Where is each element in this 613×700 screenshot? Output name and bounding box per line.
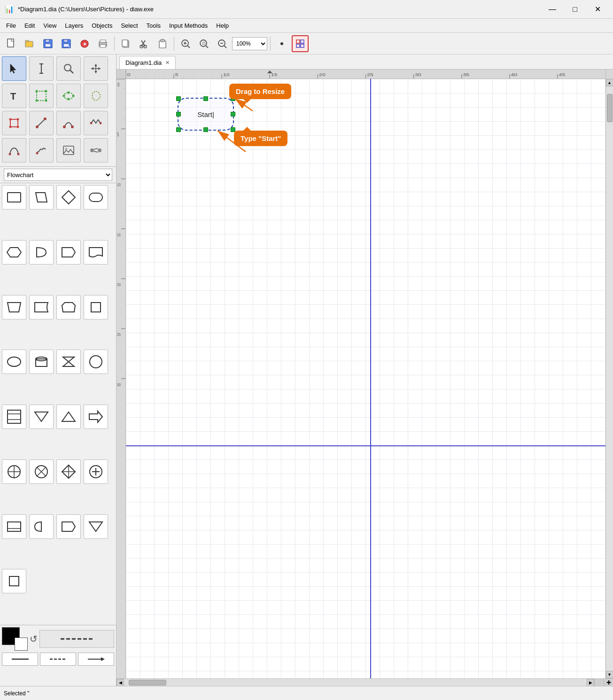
- menu-file[interactable]: File: [2, 21, 20, 31]
- tool-arc[interactable]: [56, 111, 81, 135]
- tool-move[interactable]: [84, 56, 108, 81]
- line-solid-button[interactable]: [2, 653, 38, 666]
- shape-cylinder[interactable]: [29, 350, 54, 374]
- zoom-select[interactable]: 100% 50% 75% 150% 200%: [232, 37, 267, 50]
- shape-ellipse[interactable]: [2, 350, 26, 374]
- shape-triangle-down[interactable]: [29, 404, 54, 429]
- svg-point-68: [44, 117, 47, 120]
- export-button[interactable]: ★: [76, 35, 93, 52]
- scroll-up-button[interactable]: ▲: [606, 79, 613, 86]
- shape-d-shape[interactable]: [29, 240, 54, 264]
- shape-irregular[interactable]: [56, 295, 81, 319]
- shape-diamond[interactable]: [56, 185, 81, 210]
- shape-rect-bottom[interactable]: [2, 514, 26, 539]
- shape-x-circle[interactable]: [29, 459, 54, 484]
- background-color[interactable]: [15, 638, 28, 651]
- minimize-button[interactable]: —: [542, 2, 563, 17]
- shape-arrow-right[interactable]: [84, 404, 108, 429]
- shape-hourglass[interactable]: [56, 350, 81, 374]
- shape-triangle-down2[interactable]: [84, 514, 108, 539]
- handle-bottom-left[interactable]: [176, 127, 181, 132]
- tool-select[interactable]: [2, 56, 26, 81]
- tool-ellipse-select[interactable]: [56, 84, 81, 108]
- tool-line-tool[interactable]: [29, 111, 54, 135]
- shape-small-rect[interactable]: [84, 295, 108, 319]
- paste-button[interactable]: [154, 35, 171, 52]
- arrow-button[interactable]: [78, 653, 114, 666]
- tool-text-cursor[interactable]: [29, 56, 54, 81]
- shape-process[interactable]: [2, 185, 26, 210]
- tool-magnify[interactable]: [56, 56, 81, 81]
- save-button[interactable]: [39, 35, 56, 52]
- shape-pentagon-right[interactable]: [56, 514, 81, 539]
- shape-document[interactable]: [84, 240, 108, 264]
- handle-middle-left[interactable]: [176, 112, 181, 117]
- scroll-right-button[interactable]: ▶: [587, 679, 594, 686]
- snap-button[interactable]: [273, 35, 290, 52]
- menu-edit[interactable]: Edit: [21, 21, 39, 31]
- zoom-out-button[interactable]: [214, 35, 231, 52]
- shape-triangle-up[interactable]: [56, 404, 81, 429]
- tool-freehand[interactable]: [29, 138, 54, 163]
- copy-button[interactable]: [117, 35, 134, 52]
- shape-terminal[interactable]: [84, 185, 108, 210]
- handle-top-center[interactable]: [203, 96, 208, 101]
- grid-button[interactable]: [292, 35, 309, 52]
- shape-rect-lines[interactable]: [2, 404, 26, 429]
- scroll-down-button[interactable]: ▼: [606, 671, 613, 678]
- tool-image[interactable]: [56, 138, 81, 163]
- menu-input-methods[interactable]: Input Methods: [165, 21, 211, 31]
- shape-trapezoid[interactable]: [2, 295, 26, 319]
- canvas-content[interactable]: Start|: [126, 79, 605, 678]
- tool-rotate2[interactable]: [2, 111, 26, 135]
- zoom-in-button[interactable]: [177, 35, 194, 52]
- shape-d-shape2[interactable]: [29, 514, 54, 539]
- shape-diamond-cross[interactable]: [56, 459, 81, 484]
- scroll-left-button[interactable]: ◀: [116, 679, 124, 686]
- shape-parallelogram[interactable]: [29, 185, 54, 210]
- handle-middle-right[interactable]: [231, 112, 235, 117]
- zoom-fit-button[interactable]: ⊡: [195, 35, 212, 52]
- new-button[interactable]: [3, 35, 20, 52]
- shape-plus-circle[interactable]: [84, 459, 108, 484]
- print-button[interactable]: [94, 35, 111, 52]
- svg-rect-37: [301, 44, 304, 47]
- scrollbar-horizontal[interactable]: [124, 679, 587, 686]
- tool-text[interactable]: T: [2, 84, 26, 108]
- scrollbar-vertical[interactable]: ▲ ▼: [605, 79, 613, 678]
- tool-box-select[interactable]: [29, 84, 54, 108]
- svg-rect-5: [45, 44, 51, 47]
- shape-circle[interactable]: [84, 350, 108, 374]
- diagram-tab[interactable]: Diagram1.dia ✕: [119, 56, 176, 69]
- maximize-button[interactable]: □: [564, 2, 586, 17]
- menu-view[interactable]: View: [39, 21, 60, 31]
- menu-help[interactable]: Help: [212, 21, 233, 31]
- shape-mqueue[interactable]: [29, 295, 54, 319]
- menu-select[interactable]: Select: [117, 21, 141, 31]
- tool-lasso[interactable]: [84, 84, 108, 108]
- shape-small-square[interactable]: [2, 569, 26, 593]
- shape-hexagon[interactable]: [2, 240, 26, 264]
- scroll-thumb-vertical[interactable]: [607, 94, 613, 122]
- menu-layers[interactable]: Layers: [61, 21, 87, 31]
- shape-cross-circle[interactable]: [2, 459, 26, 484]
- handle-bottom-center[interactable]: [203, 127, 208, 132]
- start-shape[interactable]: Start|: [178, 98, 234, 131]
- handle-top-left[interactable]: [176, 96, 181, 101]
- cut-button[interactable]: [136, 35, 153, 52]
- line-dashed-button[interactable]: [40, 653, 76, 666]
- menu-objects[interactable]: Objects: [88, 21, 116, 31]
- tool-zigzag[interactable]: [84, 111, 108, 135]
- add-canvas-button[interactable]: ✚: [604, 679, 613, 686]
- menu-tools[interactable]: Tools: [143, 21, 164, 31]
- svg-marker-84: [62, 191, 75, 204]
- tool-bezier[interactable]: [2, 138, 26, 163]
- save-as-button[interactable]: +: [58, 35, 75, 52]
- rotate-icon[interactable]: ↺: [30, 633, 38, 645]
- shapes-category-select[interactable]: Flowchart Basic Network UML Circuit: [4, 169, 112, 181]
- close-button[interactable]: ✕: [587, 2, 608, 17]
- open-button[interactable]: [21, 35, 38, 52]
- tab-close-button[interactable]: ✕: [165, 60, 170, 66]
- shape-pentagon-arrow[interactable]: [56, 240, 81, 264]
- tool-connector[interactable]: [84, 138, 108, 163]
